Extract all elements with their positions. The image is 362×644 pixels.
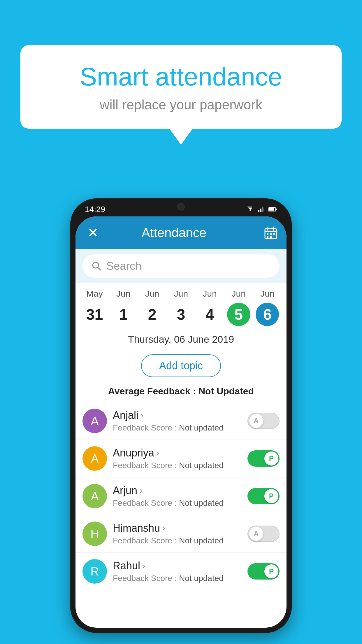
phone-notch — [158, 198, 204, 215]
add-topic-button[interactable]: Add topic — [141, 354, 221, 377]
svg-rect-11 — [270, 233, 272, 235]
cal-month: Jun — [203, 289, 217, 299]
svg-rect-0 — [258, 210, 259, 212]
cal-month: Jun — [145, 289, 159, 299]
status-time: 14:29 — [85, 205, 105, 214]
student-name: Anupriya› — [113, 447, 242, 459]
signal-icon — [258, 206, 265, 212]
student-row[interactable]: AArjun›Feedback Score : Not updatedP — [75, 477, 287, 515]
add-topic-container: Add topic — [75, 350, 287, 383]
calendar-day-0[interactable]: May31 — [81, 289, 108, 326]
cal-date: 3 — [169, 303, 193, 326]
cal-date: 1 — [112, 303, 135, 326]
cal-date: 5 — [227, 303, 250, 326]
speech-bubble: Smart attendance will replace your paper… — [20, 45, 342, 129]
chevron-icon: › — [162, 524, 165, 533]
student-info: Arjun›Feedback Score : Not updated — [113, 484, 242, 508]
cal-date: 4 — [198, 303, 222, 326]
attendance-toggle[interactable]: P — [247, 450, 280, 467]
search-bar[interactable]: Search — [82, 254, 280, 278]
app-bar: ✕ Attendance — [75, 216, 287, 249]
phone-wrapper: 14:29 — [70, 198, 292, 633]
avg-feedback: Average Feedback : Not Updated — [75, 383, 287, 402]
svg-rect-12 — [267, 236, 268, 238]
phone-screen: ✕ Attendance — [75, 216, 287, 628]
student-info: Rahul›Feedback Score : Not updated — [113, 560, 242, 583]
calendar-day-4[interactable]: Jun4 — [197, 289, 223, 326]
student-name: Arjun› — [113, 484, 242, 497]
avg-feedback-label: Average Feedback : — [108, 386, 196, 396]
calendar-strip: May31Jun1Jun2Jun3Jun4Jun5Jun6 — [75, 283, 287, 326]
student-row[interactable]: AAnupriya›Feedback Score : Not updatedP — [75, 440, 287, 477]
attendance-toggle[interactable]: P — [247, 563, 280, 580]
attendance-toggle[interactable]: P — [247, 488, 280, 504]
student-name: Rahul› — [113, 560, 242, 572]
cal-month: May — [86, 289, 103, 299]
calendar-icon[interactable] — [264, 226, 278, 240]
search-container: Search — [75, 249, 287, 283]
calendar-day-6[interactable]: Jun6 — [254, 289, 280, 326]
calendar-day-3[interactable]: Jun3 — [168, 289, 194, 326]
cal-date: 31 — [83, 303, 106, 326]
avatar: A — [82, 446, 107, 471]
avatar: H — [82, 522, 107, 546]
student-row[interactable]: HHimanshu›Feedback Score : Not updatedA — [75, 515, 287, 553]
toggle-knob: A — [249, 527, 263, 541]
avg-feedback-value: Not Updated — [198, 386, 254, 396]
cal-month: Jun — [116, 289, 130, 299]
speech-bubble-wrapper: Smart attendance will replace your paper… — [20, 45, 342, 145]
cal-date: 2 — [140, 303, 164, 326]
toggle-knob: P — [264, 452, 278, 466]
avatar: R — [82, 559, 107, 584]
speech-bubble-title: Smart attendance — [44, 63, 318, 91]
svg-rect-4 — [269, 208, 274, 211]
app-title: Attendance — [108, 225, 240, 240]
cal-month: Jun — [260, 289, 274, 299]
calendar-day-2[interactable]: Jun2 — [139, 289, 165, 326]
phone-camera — [177, 203, 185, 211]
toggle-knob: P — [264, 564, 278, 578]
student-row[interactable]: AAnjali›Feedback Score : Not updatedA — [75, 402, 287, 440]
selected-date-text: Thursday, 06 June 2019 — [128, 334, 234, 345]
cal-month: Jun — [231, 289, 245, 299]
student-list: AAnjali›Feedback Score : Not updatedAAAn… — [75, 402, 287, 590]
avatar: A — [82, 484, 107, 508]
toggle-knob: P — [264, 489, 278, 503]
svg-rect-2 — [262, 207, 263, 212]
feedback-score: Feedback Score : Not updated — [113, 536, 242, 545]
student-row[interactable]: RRahul›Feedback Score : Not updatedP — [75, 553, 287, 590]
student-name: Himanshu› — [113, 522, 242, 534]
cal-date: 6 — [256, 303, 279, 326]
svg-rect-1 — [260, 209, 261, 212]
speech-bubble-subtitle: will replace your paperwork — [44, 97, 318, 113]
feedback-score: Feedback Score : Not updated — [113, 461, 242, 470]
attendance-toggle[interactable]: A — [247, 413, 280, 429]
svg-rect-5 — [276, 209, 277, 210]
avatar: A — [82, 409, 107, 433]
selected-date-row: Thursday, 06 June 2019 — [75, 326, 287, 350]
wifi-icon — [246, 206, 254, 212]
chevron-icon: › — [140, 486, 142, 495]
battery-icon — [268, 207, 277, 212]
chevron-icon: › — [157, 448, 159, 458]
chevron-icon: › — [143, 561, 145, 570]
student-info: Himanshu›Feedback Score : Not updated — [113, 522, 242, 545]
calendar-day-1[interactable]: Jun1 — [110, 289, 136, 326]
student-info: Anupriya›Feedback Score : Not updated — [113, 447, 242, 470]
speech-bubble-tail — [169, 129, 193, 145]
student-name: Anjali› — [113, 409, 242, 421]
feedback-score: Feedback Score : Not updated — [113, 574, 242, 583]
attendance-toggle[interactable]: A — [247, 526, 280, 542]
feedback-score: Feedback Score : Not updated — [113, 498, 242, 508]
phone-body: 14:29 — [70, 198, 292, 633]
search-placeholder: Search — [106, 260, 141, 272]
toggle-knob: A — [249, 414, 263, 428]
chevron-icon: › — [141, 411, 143, 420]
feedback-score: Feedback Score : Not updated — [113, 423, 242, 433]
svg-rect-14 — [273, 233, 275, 235]
calendar-day-5[interactable]: Jun5 — [226, 289, 252, 326]
svg-rect-13 — [270, 236, 272, 238]
close-button[interactable]: ✕ — [84, 225, 102, 241]
search-icon — [91, 261, 102, 271]
student-info: Anjali›Feedback Score : Not updated — [113, 409, 242, 433]
